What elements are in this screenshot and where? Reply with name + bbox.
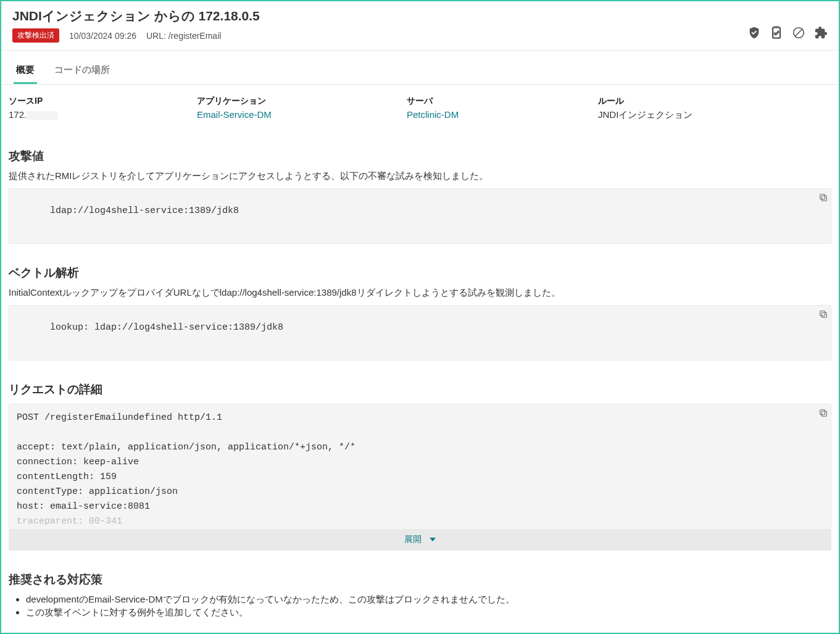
- request-title: リクエストの詳細: [9, 382, 831, 398]
- datetime-text: 10/03/2024 09:26: [69, 31, 136, 41]
- rule-value: JNDIインジェクション: [598, 109, 831, 121]
- vector-code: lookup: ldap://log4shell-service:1389/jd…: [9, 305, 831, 361]
- recommend-item: developmentのEmail-Service-DMでブロックが有効になって…: [26, 594, 831, 606]
- request-section: リクエストの詳細 POST /registerEmailundefined ht…: [9, 382, 831, 551]
- application-link[interactable]: Email-Service-DM: [197, 109, 407, 120]
- vector-code-text: lookup: ldap://log4shell-service:1389/jd…: [50, 322, 283, 333]
- attack-value-code-text: ldap://log4shell-service:1389/jdk8: [50, 206, 239, 216]
- chevron-down-icon: [430, 538, 436, 541]
- request-body-text: POST /registerEmailundefined http/1.1 ac…: [17, 412, 356, 512]
- request-body-box: POST /registerEmailundefined http/1.1 ac…: [9, 404, 831, 551]
- attack-value-code: ldap://log4shell-service:1389/jdk8: [9, 188, 831, 244]
- vector-section: ベクトル解析 InitialContextルックアップをプロバイダURLなしでl…: [9, 265, 831, 361]
- info-source-ip: ソースIP 172.: [9, 96, 197, 121]
- tab-bar: 概要 コードの場所: [1, 51, 839, 85]
- expand-button[interactable]: 展開: [9, 529, 831, 550]
- info-server: サーバ Petclinic-DM: [407, 96, 598, 121]
- shield-check-icon[interactable]: [747, 26, 761, 42]
- tab-overview[interactable]: 概要: [14, 60, 37, 84]
- svg-line-2: [796, 30, 802, 36]
- rule-label: ルール: [598, 96, 831, 107]
- recommend-section: 推奨される対応策 developmentのEmail-Service-DMでブロ…: [9, 572, 831, 619]
- source-ip-label: ソースIP: [9, 96, 197, 107]
- url-value: /registerEmail: [168, 31, 222, 41]
- info-application: アプリケーション Email-Service-DM: [197, 96, 407, 121]
- vector-desc: InitialContextルックアップをプロバイダURLなしでldap://l…: [9, 287, 831, 299]
- source-ip-value: 172.: [9, 109, 197, 120]
- copy-icon[interactable]: [818, 193, 828, 202]
- attack-value-desc: 提供されたRMIレジストリを介してアプリケーションにアクセスしようとする、以下の…: [9, 170, 831, 182]
- recommend-list: developmentのEmail-Service-DMでブロックが有効になって…: [9, 594, 831, 619]
- vector-title: ベクトル解析: [9, 265, 831, 281]
- url-meta: URL: /registerEmail: [146, 31, 221, 41]
- svg-rect-8: [820, 410, 825, 415]
- svg-rect-5: [821, 312, 826, 317]
- header-action-icons: [747, 26, 828, 42]
- recommend-item: この攻撃イベントに対する例外を追加してください。: [26, 607, 831, 619]
- recommend-title: 推奨される対応策: [9, 572, 831, 588]
- cancel-circle-icon[interactable]: [792, 26, 805, 42]
- attack-value-section: 攻撃値 提供されたRMIレジストリを介してアプリケーションにアクセスしようとする…: [9, 148, 831, 244]
- server-label: サーバ: [407, 96, 598, 107]
- info-rule: ルール JNDIインジェクション: [598, 96, 831, 121]
- attack-value-title: 攻撃値: [9, 148, 831, 164]
- svg-rect-3: [821, 196, 826, 201]
- svg-rect-7: [821, 411, 826, 416]
- application-label: アプリケーション: [197, 96, 407, 107]
- copy-icon[interactable]: [818, 309, 828, 319]
- svg-rect-4: [820, 194, 825, 199]
- tab-code-location[interactable]: コードの場所: [52, 60, 112, 84]
- page-title: JNDIインジェクション からの 172.18.0.5: [12, 7, 828, 25]
- url-label: URL:: [146, 31, 166, 41]
- info-grid: ソースIP 172. アプリケーション Email-Service-DM サーバ…: [9, 87, 831, 127]
- meta-row: 攻撃検出済 10/03/2024 09:26 URL: /registerEma…: [12, 28, 828, 43]
- request-faded-line: traceparent: 00-341: [17, 516, 122, 527]
- status-badge: 攻撃検出済: [12, 28, 59, 43]
- server-link[interactable]: Petclinic-DM: [407, 109, 598, 120]
- copy-icon[interactable]: [818, 408, 828, 418]
- clipboard-check-icon[interactable]: [770, 26, 783, 42]
- detail-header: JNDIインジェクション からの 172.18.0.5 攻撃検出済 10/03/…: [1, 1, 839, 51]
- svg-rect-6: [820, 311, 825, 316]
- content-area: ソースIP 172. アプリケーション Email-Service-DM サーバ…: [1, 85, 839, 632]
- extension-icon[interactable]: [814, 26, 828, 42]
